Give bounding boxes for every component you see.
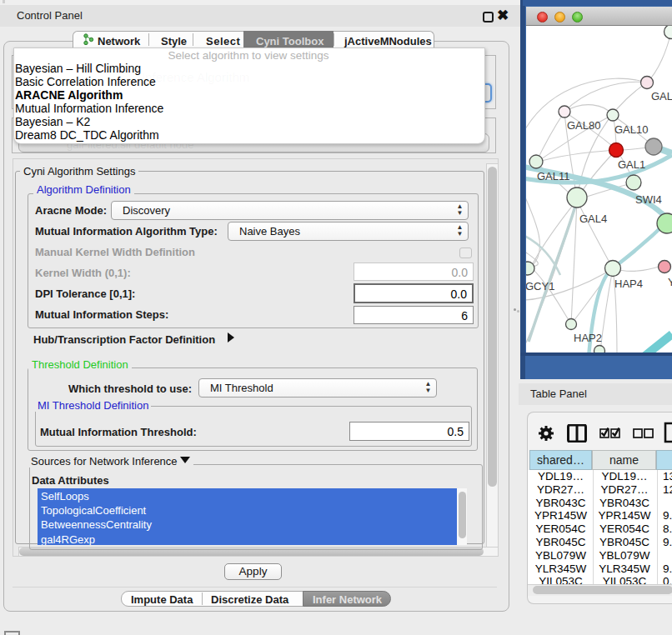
svg-text:HAP2: HAP2: [574, 332, 602, 344]
svg-text:GAL4: GAL4: [579, 212, 607, 225]
svg-text:YD: YD: [668, 276, 672, 288]
svg-text:GAL11: GAL11: [537, 170, 570, 182]
svg-text:GAL1: GAL1: [618, 158, 645, 171]
svg-text:GAL2: GAL2: [651, 90, 672, 102]
svg-text:GAL10: GAL10: [614, 123, 648, 136]
svg-text:HAP4: HAP4: [614, 278, 643, 290]
svg-text:GAL80: GAL80: [567, 119, 600, 132]
svg-text:SWI4: SWI4: [635, 193, 662, 206]
svg-text:GCY1: GCY1: [526, 280, 554, 292]
